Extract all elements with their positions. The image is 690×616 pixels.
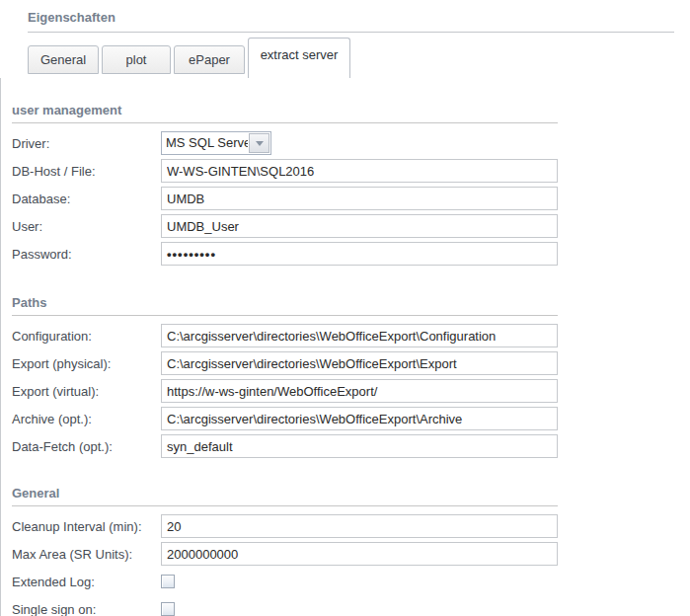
section-header-user-management: user management bbox=[12, 103, 558, 123]
page-title: Eigenschaften bbox=[28, 10, 674, 25]
db-host-label: DB-Host / File: bbox=[12, 164, 161, 179]
tab-extract-server[interactable]: extract server bbox=[248, 38, 350, 78]
single-sign-on-checkbox[interactable] bbox=[161, 602, 175, 616]
form-row-cleanup-interval: Cleanup Interval (min): bbox=[12, 514, 690, 538]
export-physical-label: Export (physical): bbox=[12, 356, 161, 371]
max-area-input[interactable] bbox=[161, 542, 558, 566]
tab-bar: General plot ePaper extract server bbox=[28, 38, 690, 78]
driver-dropdown-button[interactable] bbox=[249, 133, 269, 153]
form-row-user: User: bbox=[12, 214, 690, 238]
section-header-paths: Paths bbox=[12, 295, 558, 316]
form-row-data-fetch: Data-Fetch (opt.): bbox=[12, 434, 690, 458]
form-row-extended-log: Extended Log: bbox=[12, 570, 690, 593]
title-divider bbox=[28, 32, 674, 33]
tab-content: user management Driver: MS SQL Server DB… bbox=[0, 78, 690, 616]
section-header-general: General bbox=[12, 486, 558, 506]
configuration-input[interactable] bbox=[161, 324, 558, 347]
form-row-configuration: Configuration: bbox=[12, 324, 690, 347]
database-input[interactable] bbox=[161, 187, 558, 210]
export-physical-input[interactable] bbox=[161, 351, 558, 375]
export-virtual-label: Export (virtual): bbox=[12, 384, 161, 399]
form-row-db-host: DB-Host / File: bbox=[12, 159, 690, 183]
form-row-driver: Driver: MS SQL Server bbox=[12, 131, 690, 155]
extended-log-checkbox[interactable] bbox=[161, 575, 175, 588]
form-row-export-physical: Export (physical): bbox=[12, 351, 690, 375]
configuration-label: Configuration: bbox=[12, 329, 161, 344]
tab-epaper[interactable]: ePaper bbox=[174, 45, 245, 74]
driver-select-value: MS SQL Server bbox=[162, 132, 248, 154]
cleanup-interval-label: Cleanup Interval (min): bbox=[12, 519, 161, 534]
data-fetch-input[interactable] bbox=[161, 434, 558, 458]
max-area-label: Max Area (SR Units): bbox=[12, 547, 161, 562]
chevron-down-icon bbox=[256, 141, 264, 146]
user-input[interactable] bbox=[161, 214, 558, 238]
export-virtual-input[interactable] bbox=[161, 379, 558, 403]
db-host-input[interactable] bbox=[161, 159, 558, 183]
driver-label: Driver: bbox=[12, 136, 161, 151]
tab-plot[interactable]: plot bbox=[102, 45, 171, 74]
cleanup-interval-input[interactable] bbox=[161, 514, 558, 538]
form-row-export-virtual: Export (virtual): bbox=[12, 379, 690, 403]
password-input[interactable] bbox=[161, 242, 558, 266]
form-row-database: Database: bbox=[12, 187, 690, 210]
password-label: Password: bbox=[12, 247, 161, 262]
properties-panel: Eigenschaften General plot ePaper extrac… bbox=[0, 0, 690, 616]
archive-label: Archive (opt.): bbox=[12, 412, 161, 426]
archive-input[interactable] bbox=[161, 407, 558, 430]
extended-log-label: Extended Log: bbox=[12, 575, 161, 589]
user-label: User: bbox=[12, 219, 161, 234]
form-row-max-area: Max Area (SR Units): bbox=[12, 542, 690, 566]
form-row-archive: Archive (opt.): bbox=[12, 407, 690, 430]
data-fetch-label: Data-Fetch (opt.): bbox=[12, 439, 161, 454]
single-sign-on-label: Single sign on: bbox=[12, 602, 161, 616]
database-label: Database: bbox=[12, 192, 161, 206]
tab-general[interactable]: General bbox=[28, 45, 99, 74]
form-row-password: Password: bbox=[12, 242, 690, 266]
form-row-single-sign-on: Single sign on: bbox=[12, 597, 690, 616]
driver-select[interactable]: MS SQL Server bbox=[161, 131, 271, 155]
